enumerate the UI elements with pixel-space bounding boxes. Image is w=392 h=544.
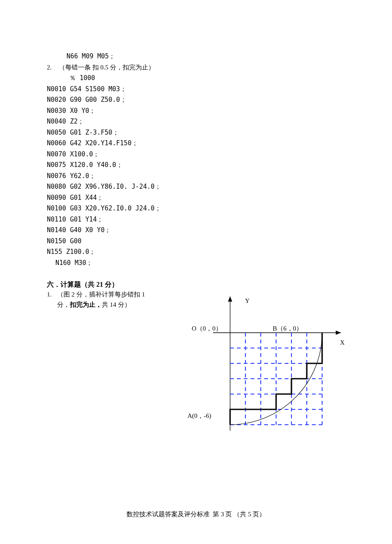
page: N66 M09 M05； 2.（每错一条 扣 0.5 分，扣完为止） ％ 100… — [0, 0, 392, 544]
code-line: N0040 Z2； — [47, 116, 349, 127]
q2-header: 2.（每错一条 扣 0.5 分，扣完为止） — [47, 62, 349, 73]
q2-note: （每错一条 扣 0.5 分，扣完为止） — [59, 64, 155, 71]
grid — [230, 333, 322, 425]
q6-text: 1. （图 2 分，插补计算每步错扣 1 分，扣完为止，共 14 分） — [47, 289, 175, 310]
code-line: N0076 Y62.0； — [47, 171, 349, 182]
q6-line2-pre: 分， — [57, 301, 70, 308]
code-line-last: N160 M30； — [47, 258, 349, 269]
footer-page-post: 页） — [251, 511, 265, 518]
code-line: N0110 G01 Y14； — [47, 214, 349, 225]
q6-number: 1. — [47, 289, 57, 299]
y-axis-arrow-icon — [228, 296, 232, 302]
page-footer: 数控技术试题答案及评分标准 第 3 页 （共 5 页） — [0, 510, 392, 518]
code-line: N0050 G01 Z-3.F50； — [47, 127, 349, 138]
q6-line2-bold: 扣完为止， — [70, 301, 102, 308]
code-line-top: N66 M09 M05； — [47, 51, 349, 62]
code-line: N0150 G00 — [47, 236, 349, 247]
code-line: N0090 G01 X44； — [47, 193, 349, 204]
q6-wrap: 1. （图 2 分，插补计算每步错扣 1 分，扣完为止，共 14 分） — [47, 289, 349, 435]
label-O: O（0，0） — [192, 325, 222, 332]
q2-number: 2. — [47, 62, 59, 73]
code-line: N0100 G03 X20.Y62.I0.0 J24.0； — [47, 203, 349, 214]
code-line: N155 Z100.0； — [47, 247, 349, 258]
footer-title: 数控技术试题答案及评分标准 — [127, 511, 210, 518]
x-axis-arrow-icon — [336, 331, 341, 335]
code-line: N0010 G54 S1500 M03； — [47, 84, 349, 95]
code-line: N0140 G40 X0 Y0； — [47, 225, 349, 236]
footer-page-current: 3 — [221, 511, 224, 518]
q6-line2-post: 共 14 分） — [102, 301, 131, 308]
interpolation-chart: Y X O（0，0） B（6，0） A(0，-6) — [179, 290, 349, 435]
y-axis-label: Y — [245, 297, 250, 304]
q2-percent-line: ％ 1000 — [47, 73, 349, 84]
code-line: N0075 X120.0 Y40.0； — [47, 160, 349, 171]
footer-page-mid: 页 （共 — [224, 511, 248, 518]
code-line: N0030 X0 Y0； — [47, 106, 349, 117]
chart-svg: Y X O（0，0） B（6，0） A(0，-6) — [179, 290, 349, 435]
q6-line2: 分，扣完为止，共 14 分） — [57, 299, 175, 310]
code-line: N0070 X100.0； — [47, 149, 349, 160]
label-B: B（6，0） — [273, 325, 303, 332]
code-line: N0020 G90 G00 Z50.0； — [47, 95, 349, 106]
x-axis-label: X — [340, 339, 345, 346]
label-A: A(0，-6) — [187, 412, 211, 420]
code-line: N0060 G42 X20.Y14.F150； — [47, 138, 349, 149]
footer-page-pre: 第 — [213, 511, 221, 518]
q6-line1: （图 2 分，插补计算每步错扣 1 — [57, 289, 175, 299]
code-line: N0080 G02 X96.Y86.I0. J-24.0； — [47, 181, 349, 193]
section-6-heading: 六．计算题（共 21 分） — [47, 280, 349, 289]
